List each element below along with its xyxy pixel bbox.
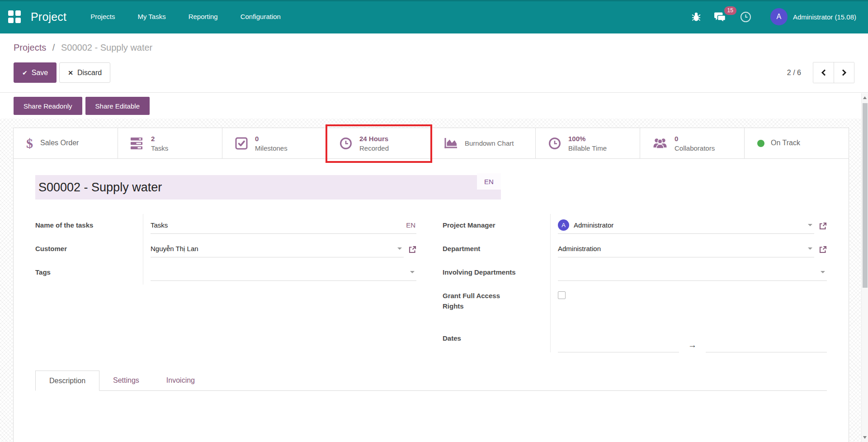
area-chart-icon	[444, 137, 458, 149]
navbar-systray: 15 A Administrator (15.08)	[678, 8, 856, 25]
stat-button-on-track[interactable]: On Track	[745, 128, 849, 158]
tab-description[interactable]: Description	[35, 371, 99, 391]
grant-access-checkbox[interactable]	[558, 291, 566, 299]
user-avatar[interactable]: A	[770, 8, 788, 25]
external-link-icon[interactable]	[819, 246, 827, 256]
app-name[interactable]: Project	[31, 10, 66, 24]
stat-button-collaborators[interactable]: 0 Collaborators	[640, 128, 745, 158]
stat-button-hours-recorded[interactable]: 24 Hours Recorded	[327, 128, 431, 158]
clock-icon	[340, 137, 352, 150]
project-manager-input[interactable]: A Administrator	[558, 218, 814, 234]
share-editable-button[interactable]: Share Editable	[85, 97, 150, 115]
external-link-icon[interactable]	[408, 246, 416, 256]
stat-button-row: $ Sales Order	[14, 128, 849, 159]
breadcrumb-current: S00002 - Supply water	[61, 43, 152, 52]
check-square-icon	[235, 137, 248, 150]
breadcrumb-separator: /	[52, 43, 55, 52]
statusbar: Share Readonly Share Editable	[0, 93, 868, 119]
check-icon: ✔	[22, 69, 28, 76]
form-group-left: Name of the tasks Tasks EN Customer	[35, 214, 416, 352]
field-label-tags: Tags	[35, 261, 143, 285]
nav-item-projects[interactable]: Projects	[79, 0, 126, 33]
tab-content-description	[35, 391, 827, 436]
task-name-input[interactable]: Tasks EN	[151, 218, 416, 234]
customer-input[interactable]: Nguyễn Thị Lan	[151, 241, 404, 257]
apps-menu-icon[interactable]	[8, 10, 21, 23]
user-menu[interactable]: Administrator (15.08)	[793, 13, 856, 21]
users-icon	[653, 137, 667, 149]
control-panel: Projects / S00002 - Supply water ✔ Save …	[0, 33, 868, 93]
chevron-left-icon	[821, 69, 826, 76]
breadcrumb: Projects / S00002 - Supply water	[14, 43, 854, 53]
status-dot-icon	[757, 140, 764, 147]
tags-input[interactable]	[151, 265, 416, 281]
record-title-wrap: S00002 - Supply water EN	[35, 175, 501, 200]
form-field-area: Name of the tasks Tasks EN Customer	[35, 214, 827, 352]
date-start-input[interactable]	[558, 337, 679, 352]
dropdown-caret-icon[interactable]	[410, 271, 415, 273]
dropdown-caret-icon[interactable]	[397, 247, 402, 250]
field-label-dates: Dates	[443, 327, 550, 352]
field-label-involving-departments: Involving Departments	[443, 261, 550, 285]
vertical-scrollbar[interactable]	[861, 93, 868, 442]
field-language-badge[interactable]: EN	[406, 221, 415, 229]
scrollbar-down-arrow[interactable]	[862, 434, 868, 441]
discard-button[interactable]: ✕ Discard	[59, 62, 110, 83]
record-title-input[interactable]: S00002 - Supply water	[35, 175, 501, 200]
scrollbar-thumb[interactable]	[863, 103, 868, 288]
involving-departments-input[interactable]	[558, 265, 827, 281]
external-link-icon[interactable]	[819, 222, 827, 232]
message-count-badge: 15	[724, 6, 736, 15]
share-readonly-button[interactable]: Share Readonly	[14, 97, 82, 115]
manager-avatar: A	[558, 219, 569, 231]
dollar-icon: $	[26, 136, 33, 151]
breadcrumb-parent-link[interactable]: Projects	[14, 43, 46, 52]
form-sheet-background: $ Sales Order	[0, 119, 868, 442]
field-label-name-of-tasks: Name of the tasks	[35, 214, 143, 238]
stat-button-sales-order[interactable]: $ Sales Order	[14, 128, 118, 158]
date-end-input[interactable]	[706, 337, 827, 352]
stat-button-burndown-chart[interactable]: Burndown Chart	[431, 128, 536, 158]
title-language-badge[interactable]: EN	[477, 173, 501, 190]
tasks-icon	[131, 138, 144, 149]
activities-clock-icon[interactable]	[740, 11, 751, 23]
clock-icon	[548, 137, 561, 150]
department-input[interactable]: Administration	[558, 241, 814, 257]
top-navbar: Project Projects My Tasks Reporting Conf…	[0, 0, 868, 33]
dropdown-caret-icon[interactable]	[808, 247, 812, 250]
stat-button-tasks[interactable]: 2 Tasks	[118, 128, 222, 158]
chevron-right-icon	[841, 69, 847, 76]
tab-invoicing[interactable]: Invoicing	[153, 371, 208, 390]
tab-settings[interactable]: Settings	[99, 371, 153, 390]
form-sheet: $ Sales Order	[13, 128, 849, 442]
sheet-inner: S00002 - Supply water EN Name of the tas…	[14, 175, 849, 436]
field-label-project-manager: Project Manager	[443, 214, 550, 238]
dropdown-caret-icon[interactable]	[821, 271, 825, 273]
stat-button-billable-time[interactable]: 100% Billable Time	[536, 128, 640, 158]
control-panel-buttons-row: ✔ Save ✕ Discard 2 / 6	[14, 62, 854, 83]
odoo-project-form-view: Project Projects My Tasks Reporting Conf…	[0, 0, 868, 442]
form-group-right: Project Manager A Administrator	[443, 214, 827, 352]
dropdown-caret-icon[interactable]	[808, 224, 812, 226]
pager-next-button[interactable]	[834, 62, 854, 83]
nav-item-configuration[interactable]: Configuration	[229, 0, 292, 33]
field-label-grant-access: Grant Full Access Rights	[443, 285, 550, 327]
times-icon: ✕	[68, 69, 73, 76]
scrollbar-up-arrow[interactable]	[862, 94, 868, 101]
pager-previous-button[interactable]	[813, 62, 834, 83]
debug-bug-icon[interactable]	[692, 12, 701, 22]
nav-item-my-tasks[interactable]: My Tasks	[126, 0, 177, 33]
pager	[813, 62, 854, 83]
field-label-department: Department	[443, 238, 550, 261]
stat-button-milestones[interactable]: 0 Milestones	[222, 128, 327, 158]
pager-counter[interactable]: 2 / 6	[787, 69, 801, 77]
messages-icon[interactable]: 15	[714, 12, 726, 22]
save-button[interactable]: ✔ Save	[14, 62, 57, 83]
arrow-right-icon: →	[688, 341, 697, 349]
field-label-customer: Customer	[35, 238, 143, 261]
notebook-tabs: Description Settings Invoicing	[35, 371, 827, 391]
nav-item-reporting[interactable]: Reporting	[177, 0, 229, 33]
